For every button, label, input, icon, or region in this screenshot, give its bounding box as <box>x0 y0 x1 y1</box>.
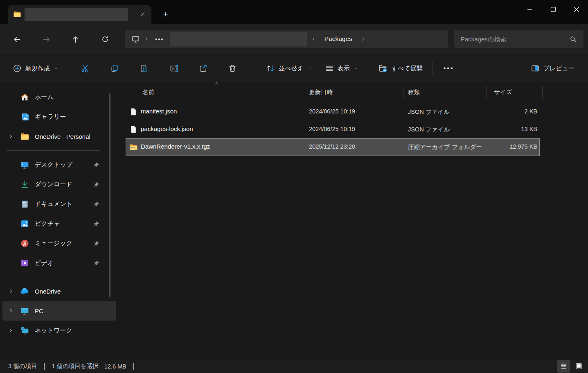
breadcrumb-segment-redacted[interactable] <box>170 32 307 46</box>
minimize-button[interactable] <box>518 0 541 19</box>
refresh-icon <box>101 35 109 43</box>
column-header-size[interactable]: サイズ <box>494 88 512 96</box>
breadcrumb-segment-packages[interactable]: Packages <box>320 33 356 45</box>
view-button-label: 表示 <box>338 65 350 72</box>
sidebar-item-videos[interactable]: ビデオ <box>2 253 116 273</box>
delete-button[interactable] <box>221 59 244 77</box>
rename-button[interactable] <box>162 59 185 77</box>
sidebar-item-documents[interactable]: ドキュメント <box>2 194 116 214</box>
sidebar-item-pictures[interactable]: ピクチャ <box>2 214 116 233</box>
chevron-right-icon[interactable] <box>2 308 20 314</box>
pin-icon <box>93 161 100 168</box>
search-input[interactable] <box>461 36 569 43</box>
share-button[interactable] <box>191 59 214 77</box>
sidebar-divider <box>7 277 100 277</box>
table-row-selected[interactable]: DawnRenderer-v1.x.x.tgz 2025/12/12 23:20… <box>126 138 540 156</box>
sidebar-item-gallery[interactable]: ギャラリー <box>2 107 116 127</box>
sidebar-item-label: PC <box>35 307 43 314</box>
chevron-right-icon[interactable] <box>2 288 20 294</box>
breadcrumb-chevron-icon[interactable] <box>144 36 149 42</box>
pin-icon <box>93 201 100 208</box>
up-button[interactable] <box>67 31 84 48</box>
file-type: JSON ファイル <box>408 108 450 116</box>
preview-pane-icon <box>531 64 540 73</box>
sidebar-item-label: ホーム <box>35 93 54 101</box>
paste-icon <box>140 64 149 73</box>
sidebar-item-label: デスクトップ <box>35 161 72 169</box>
paste-button[interactable] <box>133 59 155 77</box>
address-bar[interactable]: ••• Packages <box>125 30 448 48</box>
sidebar-item-home[interactable]: ホーム <box>2 87 116 107</box>
preview-button[interactable]: プレビュー <box>526 60 579 77</box>
file-type: JSON ファイル <box>408 126 450 133</box>
extract-folder-icon <box>378 63 388 73</box>
chevron-down-icon <box>307 66 312 71</box>
breadcrumb-chevron-icon[interactable] <box>311 36 316 42</box>
back-icon <box>13 35 21 44</box>
item-count: 3 個の項目 <box>8 362 37 370</box>
maximize-button[interactable] <box>541 0 565 19</box>
search-box[interactable] <box>454 30 583 48</box>
column-divider[interactable] <box>403 86 403 99</box>
plus-circle-icon <box>13 64 22 73</box>
explorer-tab[interactable] <box>8 5 151 24</box>
details-view-button[interactable] <box>557 360 570 373</box>
navigation-pane: ホーム ギャラリー OneDrive - Personal デスクトップ ダウン… <box>0 82 119 359</box>
sidebar-item-downloads[interactable]: ダウンロード <box>2 174 116 194</box>
pin-icon <box>93 240 100 247</box>
sidebar-scrollbar[interactable] <box>109 93 110 297</box>
new-button-label: 新規作成 <box>25 65 50 72</box>
file-rows: manifest.json 2024/06/25 10:19 JSON ファイル… <box>126 103 540 156</box>
close-button[interactable] <box>565 0 588 19</box>
more-options-button[interactable]: ••• <box>438 61 460 76</box>
new-tab-button[interactable]: + <box>160 8 172 20</box>
column-header-name[interactable]: 名前 <box>142 88 154 96</box>
chevron-right-icon[interactable] <box>2 133 20 139</box>
copy-button[interactable] <box>103 59 126 77</box>
copy-icon <box>110 64 119 73</box>
sidebar-item-label: ビデオ <box>35 259 54 267</box>
breadcrumb-overflow-button[interactable]: ••• <box>155 36 164 43</box>
sidebar-item-network[interactable]: ネットワーク <box>2 321 116 340</box>
command-toolbar: 新規作成 並べ替え 表示 すべて展開 ••• プレビュー <box>0 55 588 82</box>
sidebar-item-music[interactable]: ミュージック <box>2 233 116 253</box>
column-divider[interactable] <box>542 86 543 99</box>
sidebar-item-desktop[interactable]: デスクトップ <box>2 155 116 174</box>
column-header-modified[interactable]: 更新日時 <box>309 88 333 96</box>
thumbnail-view-button[interactable] <box>572 360 585 373</box>
tab-close-button[interactable] <box>137 8 149 20</box>
new-button[interactable]: 新規作成 <box>8 60 63 77</box>
extract-all-button[interactable]: すべて展開 <box>374 60 427 77</box>
column-divider[interactable] <box>305 86 305 99</box>
statusbar-divider <box>44 363 45 370</box>
column-header-type[interactable]: 種類 <box>408 88 420 96</box>
forward-button[interactable] <box>38 31 55 48</box>
details-view-icon <box>560 362 568 370</box>
desktop-icon <box>20 160 29 170</box>
column-divider[interactable] <box>487 86 487 99</box>
close-icon <box>140 11 146 18</box>
table-row[interactable]: manifest.json 2024/06/25 10:19 JSON ファイル… <box>126 103 540 121</box>
sidebar-item-pc[interactable]: PC <box>2 301 116 321</box>
sidebar-item-onedrive[interactable]: OneDrive <box>2 281 116 301</box>
view-button[interactable]: 表示 <box>320 60 363 77</box>
sort-button-label: 並べ替え <box>279 65 304 72</box>
refresh-button[interactable] <box>97 31 114 48</box>
sidebar-item-label: ギャラリー <box>35 113 66 121</box>
chevron-right-icon[interactable] <box>2 328 20 333</box>
back-button[interactable] <box>8 31 25 48</box>
toolbar-separator <box>256 62 256 75</box>
cut-button[interactable] <box>74 59 97 77</box>
this-pc-icon[interactable] <box>131 35 140 43</box>
file-size: 13 KB <box>521 126 538 132</box>
sort-arrows-icon <box>266 64 275 73</box>
file-modified: 2025/12/12 23:20 <box>309 143 355 150</box>
sidebar-item-onedrive-personal[interactable]: OneDrive - Personal <box>2 127 116 146</box>
sort-button[interactable]: 並べ替え <box>261 60 316 77</box>
navigation-bar: ••• Packages <box>0 24 588 54</box>
sidebar-item-label: ミュージック <box>35 240 72 247</box>
table-row[interactable]: packages-lock.json 2024/06/25 10:19 JSON… <box>126 121 540 138</box>
chevron-down-icon <box>54 66 58 71</box>
breadcrumb-chevron-icon[interactable] <box>360 36 366 42</box>
sidebar-item-label: OneDrive <box>35 288 61 295</box>
